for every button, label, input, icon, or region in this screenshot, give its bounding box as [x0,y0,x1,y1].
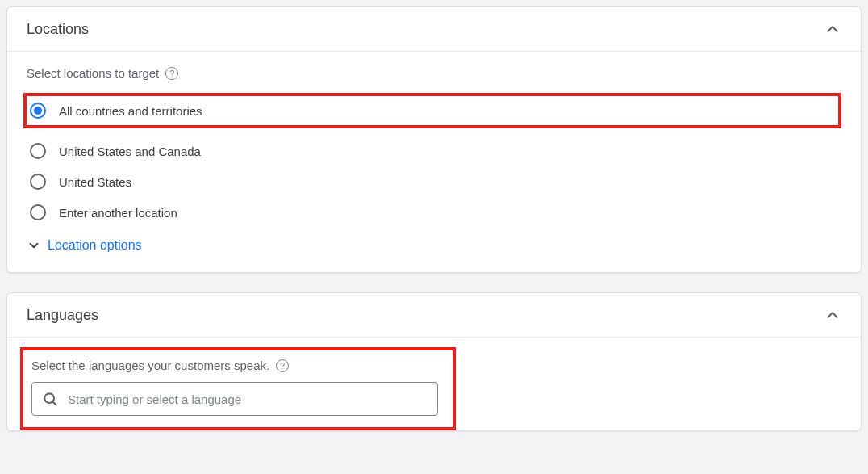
search-icon [42,391,58,407]
chevron-up-icon [824,20,841,38]
languages-body: Select the languages your customers spea… [7,347,861,430]
radio-us[interactable]: United States [30,174,841,190]
help-icon[interactable]: ? [165,67,178,80]
radio-label: United States [59,175,131,189]
location-options-toggle[interactable]: Location options [27,238,841,253]
radio-icon [30,103,46,119]
radio-label: Enter another location [59,206,177,220]
radio-icon [30,174,46,190]
languages-subhead-row: Select the languages your customers spea… [31,359,438,372]
radio-another-location[interactable]: Enter another location [30,204,841,220]
radio-label: All countries and territories [59,104,202,118]
radio-icon [30,204,46,220]
languages-title: Languages [27,307,98,324]
locations-header[interactable]: Locations [7,7,861,52]
radio-all-countries[interactable]: All countries and territories [30,103,202,119]
languages-card: Languages Select the languages your cust… [6,292,862,431]
locations-card: Locations Select locations to target ? A… [6,6,862,273]
locations-body: Select locations to target ? All countri… [7,52,861,272]
highlight-box: All countries and territories [23,93,841,128]
highlight-box: Select the languages your customers spea… [20,347,456,430]
languages-subhead: Select the languages your customers spea… [31,359,269,372]
locations-subhead: Select locations to target [27,66,159,80]
locations-radio-group: All countries and territories United Sta… [30,93,841,220]
location-options-label: Location options [48,238,142,253]
chevron-down-icon [27,238,41,253]
radio-label: United States and Canada [59,145,201,158]
language-search-input[interactable] [68,392,428,406]
chevron-up-icon [824,306,841,324]
language-search-box[interactable] [31,382,438,416]
locations-subhead-row: Select locations to target ? [27,66,841,80]
radio-icon [30,143,46,159]
locations-title: Locations [27,21,89,38]
help-icon[interactable]: ? [276,359,289,372]
svg-line-1 [53,402,56,405]
languages-header[interactable]: Languages [7,293,861,338]
radio-us-canada[interactable]: United States and Canada [30,143,841,159]
